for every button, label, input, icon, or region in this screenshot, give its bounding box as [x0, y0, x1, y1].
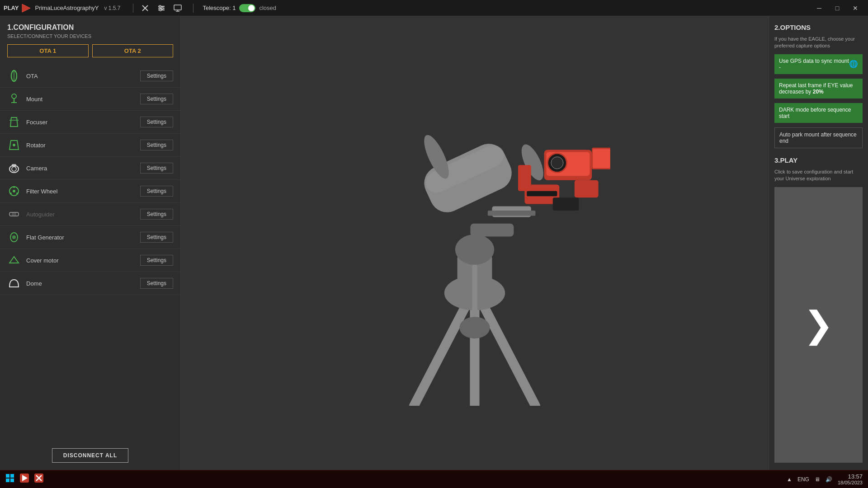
- windows-icon[interactable]: [5, 474, 14, 485]
- auto-park-button[interactable]: Auto park mount after sequence end: [774, 127, 863, 148]
- device-row-dome: Dome Settings: [0, 272, 180, 295]
- sound-icon: 🔊: [826, 476, 832, 483]
- section-title: 1.CONFIGURATION: [0, 16, 180, 33]
- date-display: 18/05/2023: [838, 480, 863, 485]
- settings-button-focuser[interactable]: Settings: [140, 117, 173, 127]
- ota1-button[interactable]: OTA 1: [7, 44, 89, 57]
- svg-rect-59: [6, 474, 9, 478]
- telescope-label: Telescope: 1: [203, 5, 236, 11]
- filterwheel-icon: [7, 184, 21, 198]
- taskbar-icons: [5, 474, 43, 485]
- svg-point-20: [12, 167, 16, 171]
- svg-rect-60: [10, 474, 14, 478]
- app-logo-icon: [21, 3, 31, 13]
- device-name-covermotor: Cover motor: [26, 257, 135, 264]
- settings-button-autoguider[interactable]: Settings: [140, 209, 173, 220]
- play-arrow-icon: ❯: [803, 307, 834, 343]
- settings-button-camera[interactable]: Settings: [140, 163, 173, 174]
- globe-icon: 🌐: [849, 60, 858, 68]
- gps-sync-label: Use GPS data to sync mount -: [779, 58, 849, 70]
- crosshair-icon[interactable]: [139, 2, 151, 14]
- autoguider-icon: [7, 207, 21, 221]
- svg-rect-51: [593, 149, 610, 168]
- taskbar-right: ▲ ENG 🖥 🔊 13:57 18/05/2023: [787, 473, 863, 485]
- device-name-mount: Mount: [26, 96, 135, 103]
- device-name-rotator: Rotator: [26, 142, 135, 149]
- svg-point-6: [159, 5, 161, 7]
- focuser-icon: [7, 115, 21, 129]
- options-title: 2.OPTIONS: [774, 23, 863, 31]
- dark-mode-button[interactable]: DARK mode before sequence start: [774, 103, 863, 123]
- section-subtitle: SELECT/CONNECT YOUR DEVICES: [0, 33, 180, 44]
- flatgen-icon: [7, 230, 21, 244]
- right-panel: 2.OPTIONS If you have the EAGLE, choose …: [769, 16, 868, 470]
- device-row-camera: Camera Settings: [0, 157, 180, 180]
- device-row-covermotor: Cover motor Settings: [0, 249, 180, 272]
- language-label: ENG: [797, 476, 809, 483]
- svg-rect-41: [470, 224, 514, 237]
- ota-buttons: OTA 1 OTA 2: [0, 44, 180, 65]
- camera-icon: [7, 161, 21, 175]
- titlebar: PLAY PrimaLuceAstrographyY v 1.5.7 Teles…: [0, 0, 868, 16]
- device-row-ota: OTA Settings: [0, 65, 180, 88]
- svg-point-26: [10, 192, 12, 194]
- settings-button-ota[interactable]: Settings: [140, 70, 173, 81]
- svg-rect-61: [6, 479, 9, 482]
- device-name-focuser: Focuser: [26, 119, 135, 126]
- svg-rect-55: [553, 197, 579, 211]
- svg-rect-58: [488, 211, 536, 216]
- options-desc: If you have the EAGLE, choose your prefe…: [774, 36, 863, 50]
- device-row-mount: Mount Settings: [0, 88, 180, 111]
- svg-rect-53: [527, 191, 557, 197]
- settings-button-covermotor[interactable]: Settings: [140, 255, 173, 266]
- minimize-button[interactable]: ─: [810, 0, 828, 16]
- svg-rect-56: [518, 165, 531, 191]
- maximize-button[interactable]: □: [828, 0, 846, 16]
- device-name-filterwheel: Filter Wheel: [26, 188, 135, 195]
- device-name-camera: Camera: [26, 165, 135, 172]
- settings-button-mount[interactable]: Settings: [140, 94, 173, 104]
- covermotor-icon: [7, 253, 21, 267]
- svg-rect-28: [12, 212, 16, 216]
- device-row-flatgen: Flat Generator Settings: [0, 226, 180, 249]
- left-panel: 1.CONFIGURATION SELECT/CONNECT YOUR DEVI…: [0, 16, 181, 470]
- sliders-icon[interactable]: [155, 2, 168, 14]
- device-name-ota: OTA: [26, 73, 135, 80]
- rotator-icon: [7, 138, 21, 152]
- device-row-focuser: Focuser Settings: [0, 111, 180, 134]
- disconnect-all-button[interactable]: DISCONNECT ALL: [52, 448, 129, 463]
- settings-button-flatgen[interactable]: Settings: [140, 232, 173, 243]
- svg-point-23: [13, 190, 15, 192]
- screen-icon[interactable]: [171, 2, 184, 14]
- caret-icon[interactable]: ▲: [787, 476, 792, 483]
- svg-point-14: [12, 94, 16, 99]
- telescope-illustration: [339, 80, 610, 406]
- divider-1: [133, 4, 133, 13]
- play-button[interactable]: ❯: [774, 187, 863, 463]
- settings-button-filterwheel[interactable]: Settings: [140, 186, 173, 197]
- gps-sync-button[interactable]: Use GPS data to sync mount - 🌐: [774, 54, 863, 74]
- closed-label: closed: [259, 5, 276, 11]
- repeat-frame-label-line2: decreases by 20%: [779, 89, 824, 95]
- settings-button-rotator[interactable]: Settings: [140, 140, 173, 150]
- svg-point-18: [13, 144, 15, 146]
- svg-rect-62: [10, 479, 14, 482]
- dome-icon: [7, 277, 21, 290]
- mount-icon: [7, 92, 21, 106]
- svg-point-24: [13, 186, 15, 188]
- telescope-toggle[interactable]: [239, 4, 255, 12]
- divider-2: [193, 4, 193, 13]
- close-button[interactable]: ✕: [846, 0, 864, 16]
- repeat-frame-button[interactable]: Repeat last frame if EYE value decreases…: [774, 79, 863, 99]
- svg-point-39: [459, 317, 490, 338]
- svg-rect-54: [575, 180, 599, 197]
- primaLuce-icon[interactable]: [20, 474, 29, 485]
- device-row-filterwheel: Filter Wheel Settings: [0, 180, 180, 203]
- settings-button-dome[interactable]: Settings: [140, 278, 173, 289]
- ota2-button[interactable]: OTA 2: [92, 44, 174, 57]
- close-app-icon[interactable]: [34, 474, 43, 485]
- device-name-flatgen: Flat Generator: [26, 234, 135, 241]
- device-row-autoguider: Autoguider Settings: [0, 203, 180, 226]
- center-panel: [181, 16, 769, 470]
- device-list: OTA Settings Mount Settings Focuser Sett…: [0, 65, 180, 441]
